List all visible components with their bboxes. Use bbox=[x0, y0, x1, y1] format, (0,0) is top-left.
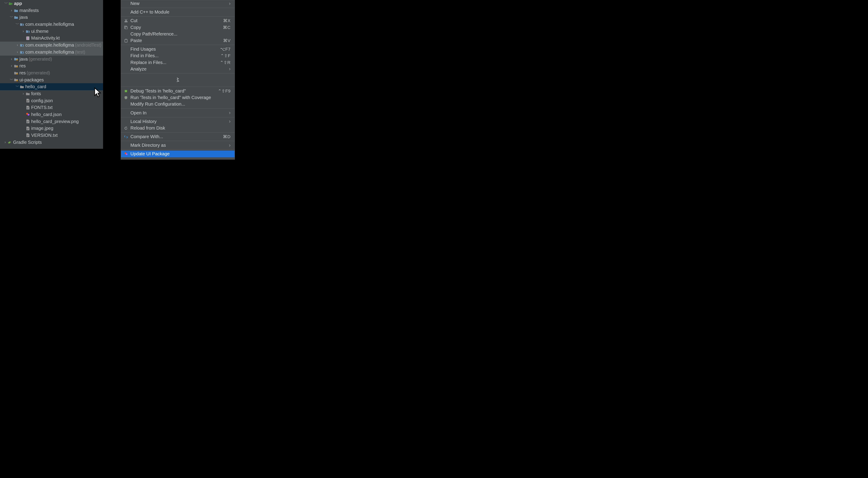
res-folder-icon bbox=[14, 78, 18, 82]
menu-label: Update UI Package bbox=[130, 151, 230, 156]
chevron-right-icon: › bbox=[229, 66, 230, 72]
menu-item[interactable]: Analyze› bbox=[121, 66, 235, 72]
tree-row[interactable]: ›res bbox=[0, 62, 103, 69]
tree-row[interactable]: ﹀ui-packages bbox=[0, 77, 103, 84]
menu-label: Cut bbox=[130, 18, 221, 23]
chevron-right-icon[interactable]: › bbox=[9, 62, 14, 69]
chevron-right-icon[interactable]: › bbox=[21, 90, 26, 97]
tree-label: com.example.hellofigma bbox=[25, 41, 74, 49]
menu-item[interactable]: Run 'Tests in 'hello_card'' with Coverag… bbox=[121, 94, 235, 101]
menu-item[interactable]: Paste⌘V bbox=[121, 37, 235, 44]
chevron-right-icon[interactable]: › bbox=[3, 139, 8, 146]
tree-label: Gradle Scripts bbox=[13, 139, 42, 146]
menu-shortcut: ⌃⇧F bbox=[220, 53, 230, 58]
tree-row[interactable]: ·config.json bbox=[0, 97, 103, 104]
chevron-right-icon[interactable]: › bbox=[9, 56, 14, 63]
tree-row[interactable]: ·hello_card_preview.png bbox=[0, 118, 103, 125]
chevron-right-icon[interactable]: › bbox=[15, 41, 20, 49]
res-folder-icon bbox=[14, 71, 18, 75]
tree-row[interactable]: ·VERSION.txt bbox=[0, 132, 103, 139]
tree-row[interactable]: ·res(generated) bbox=[0, 69, 103, 77]
menu-item[interactable]: Compare With...⌘D bbox=[121, 133, 235, 140]
tree-row[interactable]: ﹀com.example.hellofigma bbox=[0, 21, 103, 28]
menu-item[interactable]: Cut⌘X bbox=[121, 18, 235, 24]
menu-item[interactable]: Copy Path/Reference... bbox=[121, 31, 235, 37]
package-icon bbox=[20, 50, 24, 54]
tree-row[interactable]: ›com.example.hellofigma(androidTest) bbox=[0, 41, 103, 49]
svg-rect-23 bbox=[27, 129, 29, 129]
module-icon bbox=[8, 1, 13, 5]
tree-row[interactable]: ·hello_card.json bbox=[0, 111, 103, 118]
menu-shortcut: ⌃⇧R bbox=[220, 60, 230, 65]
menu-item[interactable]: Local History› bbox=[121, 118, 235, 125]
tree-label: java bbox=[20, 14, 28, 21]
project-tree[interactable]: ﹀app›manifests﹀java﹀com.example.hellofig… bbox=[0, 0, 103, 149]
chevron-down-icon[interactable]: ﹀ bbox=[9, 14, 14, 21]
svg-point-18 bbox=[28, 114, 29, 116]
svg-point-6 bbox=[22, 52, 23, 53]
svg-rect-33 bbox=[125, 39, 127, 39]
menu-separator bbox=[121, 132, 235, 132]
menu-item[interactable]: Find in Files...⌃⇧F bbox=[121, 53, 235, 59]
menu-label: Add C++ to Module bbox=[130, 9, 230, 15]
menu-item[interactable]: Debug 'Tests in 'hello_card''⌃⇧F9 bbox=[121, 88, 235, 94]
tree-suffix: (generated) bbox=[29, 56, 52, 63]
tree-row[interactable]: ›Gradle Scripts bbox=[0, 139, 103, 146]
tree-row[interactable]: ·image.jpeg bbox=[0, 125, 103, 132]
menu-item[interactable]: Replace in Files...⌃⇧R bbox=[121, 59, 235, 66]
tree-row[interactable]: ›java(generated) bbox=[0, 56, 103, 63]
chevron-down-icon[interactable]: ﹀ bbox=[15, 21, 20, 28]
context-menu[interactable]: New›Add C++ to ModuleCut⌘XCopy⌘CCopy Pat… bbox=[121, 0, 235, 160]
menu-item[interactable]: Add C++ to Module bbox=[121, 9, 235, 16]
folder-icon bbox=[14, 16, 18, 20]
menu-label: Mark Directory as bbox=[130, 143, 227, 148]
menu-label: Reload from Disk bbox=[130, 125, 230, 131]
chevron-right-icon[interactable]: › bbox=[15, 49, 20, 56]
menu-item[interactable]: Copy⌘C bbox=[121, 24, 235, 31]
chevron-down-icon[interactable]: ﹀ bbox=[4, 0, 8, 7]
menu-separator bbox=[121, 117, 235, 117]
tree-row[interactable]: ›ui.theme bbox=[0, 28, 103, 35]
menu-item[interactable]: Modify Run Configuration... bbox=[121, 101, 235, 108]
svg-point-36 bbox=[126, 153, 127, 155]
tree-row[interactable]: ·FONTS.txt bbox=[0, 104, 103, 111]
menu-item[interactable]: Find Usages⌥F7 bbox=[121, 46, 235, 53]
svg-rect-10 bbox=[16, 80, 18, 81]
tree-row[interactable]: ﹀hello_card bbox=[0, 83, 103, 90]
tree-row[interactable]: ›fonts bbox=[0, 90, 103, 97]
file-icon bbox=[26, 133, 30, 137]
svg-rect-13 bbox=[27, 101, 28, 102]
chevron-right-icon[interactable]: › bbox=[21, 28, 26, 35]
tree-label: MainActivity.kt bbox=[31, 35, 60, 41]
svg-rect-31 bbox=[125, 27, 127, 29]
tree-row[interactable]: ﹀java bbox=[0, 14, 103, 21]
chevron-right-icon[interactable]: › bbox=[9, 7, 14, 14]
svg-point-5 bbox=[22, 45, 23, 46]
menu-label: Copy Path/Reference... bbox=[130, 31, 230, 37]
tree-row[interactable]: ﹀app bbox=[0, 0, 103, 7]
menu-item[interactable]: Update UI Package bbox=[121, 151, 235, 157]
menu-item[interactable]: Mark Directory as› bbox=[121, 142, 235, 149]
chevron-down-icon[interactable]: ﹀ bbox=[15, 83, 20, 90]
menu-item[interactable]: Open In› bbox=[121, 110, 235, 116]
svg-rect-8 bbox=[16, 66, 18, 67]
file-icon bbox=[26, 119, 30, 123]
tree-row[interactable]: ›com.example.hellofigma(test) bbox=[0, 49, 103, 56]
compare-icon bbox=[124, 135, 128, 139]
tree-suffix: (generated) bbox=[27, 69, 50, 77]
svg-point-1 bbox=[11, 4, 12, 5]
gen-folder-icon bbox=[14, 57, 18, 61]
menu-item[interactable]: Reload from Disk bbox=[121, 125, 235, 131]
tree-row[interactable]: ·MainActivity.kt bbox=[0, 35, 103, 41]
chevron-right-icon: › bbox=[229, 143, 230, 148]
chevron-down-icon[interactable]: ﹀ bbox=[9, 77, 14, 84]
tree-label: FONTS.txt bbox=[31, 104, 53, 111]
menu-item[interactable]: New› bbox=[121, 0, 235, 7]
svg-point-3 bbox=[28, 31, 29, 32]
tree-row[interactable]: ›manifests bbox=[0, 7, 103, 14]
tree-label: java bbox=[20, 56, 28, 63]
svg-rect-20 bbox=[27, 122, 29, 122]
tree-label: fonts bbox=[31, 90, 41, 97]
svg-rect-11 bbox=[27, 100, 29, 100]
gradle-icon bbox=[8, 140, 12, 144]
